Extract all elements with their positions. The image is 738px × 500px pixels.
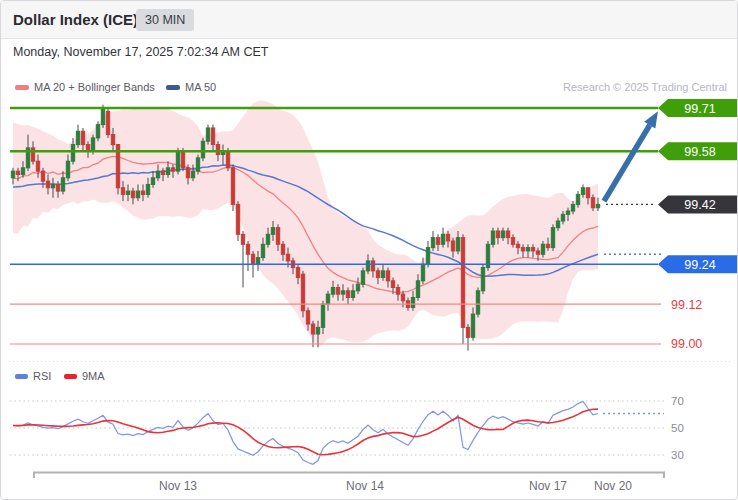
x-axis-labels: Nov 13Nov 14Nov 17Nov 20 bbox=[159, 479, 632, 493]
svg-text:30: 30 bbox=[671, 449, 684, 461]
svg-text:99.24: 99.24 bbox=[684, 258, 715, 272]
rsi-gridlines: 705030 bbox=[10, 395, 684, 461]
svg-text:99.42: 99.42 bbox=[684, 198, 715, 212]
svg-text:99.58: 99.58 bbox=[684, 145, 715, 159]
svg-text:Nov 13: Nov 13 bbox=[159, 479, 197, 493]
rsi-ma9-line bbox=[13, 409, 598, 455]
svg-text:99.12: 99.12 bbox=[671, 298, 702, 312]
bollinger-band bbox=[13, 101, 598, 348]
chart-canvas: 99.7199.5899.4299.2499.1299.00705030Nov … bbox=[1, 1, 738, 500]
up-arrow bbox=[604, 111, 658, 201]
chart-widget: Dollar Index (ICE) 30 MIN Monday, Novemb… bbox=[0, 0, 738, 500]
svg-text:99.00: 99.00 bbox=[671, 337, 702, 351]
svg-text:99.71: 99.71 bbox=[684, 102, 715, 116]
x-axis-scrollbar[interactable] bbox=[34, 473, 664, 479]
svg-text:Nov 20: Nov 20 bbox=[594, 479, 632, 493]
svg-text:70: 70 bbox=[671, 395, 684, 407]
price-badges: 99.7199.5899.4299.2499.1299.00 bbox=[658, 99, 737, 351]
svg-text:Nov 17: Nov 17 bbox=[529, 479, 567, 493]
svg-text:50: 50 bbox=[671, 422, 684, 434]
svg-text:Nov 14: Nov 14 bbox=[346, 479, 384, 493]
